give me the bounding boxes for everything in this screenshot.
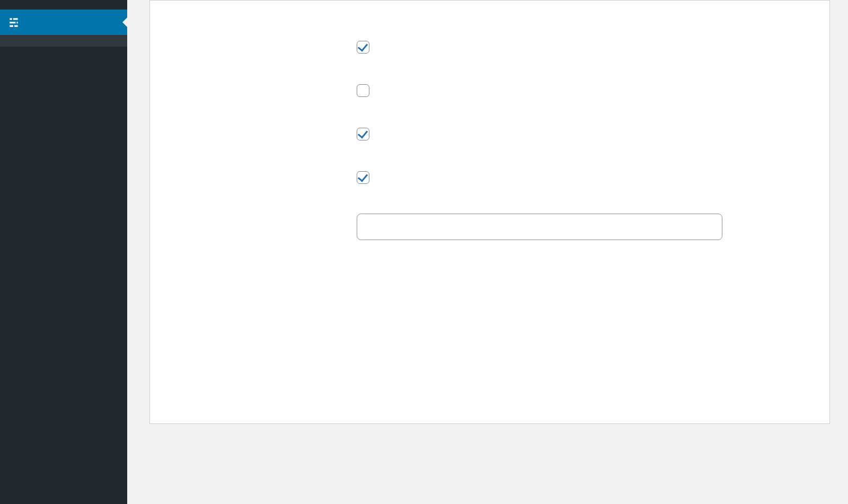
checkbox-aggregate[interactable]: [357, 84, 369, 97]
row-defer-inline: [166, 170, 814, 184]
sidebar-item-settings[interactable]: [0, 10, 127, 35]
settings-panel: [149, 0, 830, 424]
checkbox-defer[interactable]: [357, 128, 369, 140]
row-defer: [166, 127, 814, 140]
row-optimise-js: [166, 40, 814, 54]
input-exclude[interactable]: [357, 214, 722, 240]
main-content: [127, 0, 848, 504]
admin-sidebar: [0, 0, 127, 504]
row-exclude: [166, 214, 814, 247]
checkbox-optimise-js[interactable]: [357, 41, 369, 54]
row-aggregate: [166, 83, 814, 97]
sliders-icon: [7, 16, 20, 29]
settings-submenu: [0, 35, 127, 47]
checkbox-defer-inline[interactable]: [357, 171, 369, 184]
